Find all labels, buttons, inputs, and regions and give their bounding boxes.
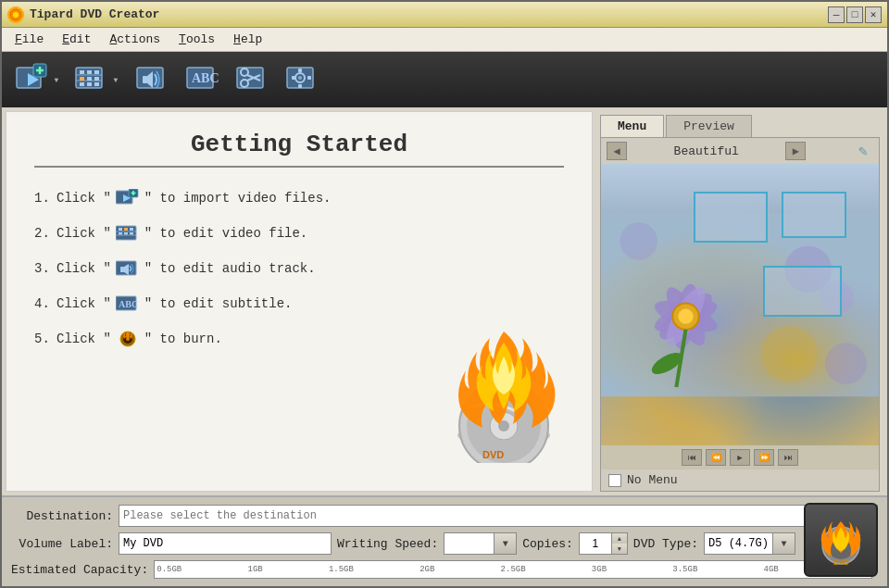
cap-2gb: 2GB: [419, 565, 434, 574]
rewind-button[interactable]: ⏪: [706, 449, 726, 466]
step-4-text-before: Click ": [56, 296, 111, 311]
step-5-num: 5.: [34, 332, 53, 346]
estimated-capacity-label: Estimated Capacity:: [11, 563, 148, 577]
copies-input[interactable]: [579, 532, 611, 555]
svg-point-74: [678, 309, 693, 324]
svg-point-79: [761, 326, 818, 382]
capacity-bar: 0.5GB 1GB 1.5GB 2GB 2.5GB 3GB 3.5GB 4GB …: [154, 560, 872, 579]
play-button[interactable]: ▶: [730, 449, 750, 466]
cap-1gb: 1GB: [247, 565, 262, 574]
svg-point-78: [620, 222, 657, 260]
main-content: Getting Started 1. Click ": [2, 107, 887, 495]
menu-help[interactable]: Help: [224, 30, 271, 49]
no-menu-checkbox[interactable]: [608, 474, 621, 487]
getting-started-panel: Getting Started 1. Click ": [6, 111, 593, 492]
copies-down[interactable]: ▼: [612, 544, 627, 554]
no-menu-row: No Menu: [601, 469, 879, 491]
prev-menu-arrow[interactable]: ◀: [607, 142, 627, 160]
cap-0.5gb: 0.5GB: [157, 565, 182, 574]
dvd-type-dropdown[interactable]: ▼: [773, 532, 795, 555]
step-3: 3. Click " " to edit audio track.: [34, 258, 564, 279]
menu-bar: File Edit Actions Tools Help: [2, 28, 887, 52]
capacity-row: Estimated Capacity: 0.5GB 1GB 1.5GB 2GB …: [11, 560, 878, 579]
close-button[interactable]: ✕: [865, 6, 882, 23]
svg-rect-14: [87, 77, 92, 81]
flower-background: [601, 164, 879, 445]
menu-actions[interactable]: Actions: [100, 30, 169, 49]
svg-rect-48: [124, 232, 128, 235]
writing-speed-dropdown[interactable]: ▼: [495, 532, 517, 555]
volume-input[interactable]: [119, 532, 332, 555]
svg-rect-46: [130, 228, 133, 231]
fast-forward-button[interactable]: ⏩: [754, 449, 774, 466]
toolbar: ▼ ▼: [2, 52, 887, 107]
edit-audio-button[interactable]: [130, 57, 176, 102]
window-title: Tipard DVD Creator: [30, 7, 828, 21]
svg-rect-13: [80, 77, 84, 81]
svg-rect-44: [119, 228, 122, 231]
step-3-icon: [115, 258, 141, 279]
destination-label: Destination:: [11, 509, 113, 523]
cap-1.5gb: 1.5GB: [329, 565, 354, 574]
step-2-icon: [115, 223, 141, 244]
step-1-text-before: Click ": [56, 191, 111, 206]
svg-text:DVD: DVD: [833, 558, 849, 567]
copies-label: Copies:: [522, 537, 573, 551]
dvd-type-input[interactable]: [704, 532, 773, 555]
step-2-num: 2.: [34, 226, 53, 241]
tab-preview[interactable]: Preview: [666, 115, 752, 137]
svg-rect-45: [124, 228, 128, 231]
minimize-button[interactable]: —: [828, 6, 845, 23]
svg-rect-20: [143, 76, 147, 83]
edit-menu-icon[interactable]: ✎: [853, 142, 873, 160]
step-2: 2. Click ": [34, 223, 564, 244]
skip-forward-button[interactable]: ⏭: [778, 449, 798, 466]
writing-speed-input[interactable]: [444, 532, 495, 555]
preview-tabs: Menu Preview: [596, 111, 883, 137]
step-1-icon: [115, 188, 141, 208]
volume-label: Volume Label:: [11, 537, 113, 551]
destination-input[interactable]: [119, 505, 856, 527]
menu-name: Beautiful: [674, 144, 739, 158]
cap-4gb: 4GB: [764, 565, 779, 574]
add-video-dropdown-arrow[interactable]: ▼: [50, 62, 63, 97]
burn-cut-button[interactable]: [230, 57, 276, 102]
skip-back-button[interactable]: ⏮: [682, 449, 702, 466]
next-menu-arrow[interactable]: ▶: [785, 142, 806, 160]
edit-video-dropdown-arrow[interactable]: ▼: [109, 62, 122, 97]
settings-button[interactable]: [280, 57, 326, 102]
thumbnail-3: [763, 266, 842, 317]
step-5-text-before: Click ": [56, 332, 111, 346]
menu-nav: ◀ Beautiful ▶ ✎: [601, 138, 879, 164]
edit-subtitle-button[interactable]: ABC: [180, 57, 226, 102]
menu-file[interactable]: File: [6, 30, 53, 49]
tab-menu[interactable]: Menu: [600, 115, 664, 137]
thumbnail-2: [782, 192, 846, 238]
burn-button[interactable]: DVD: [804, 503, 878, 577]
step-2-text-before: Click ": [56, 226, 111, 241]
svg-rect-47: [119, 232, 122, 235]
menu-tools[interactable]: Tools: [169, 30, 224, 49]
add-video-button[interactable]: ▼: [11, 57, 67, 102]
svg-rect-34: [292, 76, 295, 80]
title-bar: Tipard DVD Creator — □ ✕: [2, 2, 887, 28]
maximize-button[interactable]: □: [846, 6, 863, 23]
cap-2.5gb: 2.5GB: [501, 565, 526, 574]
copies-up[interactable]: ▲: [612, 533, 627, 544]
svg-rect-16: [80, 82, 84, 86]
svg-rect-15: [94, 77, 99, 81]
step-4-icon: ABC: [115, 294, 141, 314]
step-1: 1. Click " " to import video files.: [34, 188, 564, 208]
app-icon: [7, 6, 24, 23]
menu-edit[interactable]: Edit: [53, 30, 100, 49]
no-menu-label: No Menu: [627, 473, 678, 487]
flame-dvd-decoration: DVD: [444, 324, 564, 463]
window-controls: — □ ✕: [828, 6, 882, 23]
copies-spinner[interactable]: ▲ ▼: [611, 532, 628, 555]
cap-3gb: 3GB: [592, 565, 607, 574]
svg-rect-35: [307, 76, 311, 80]
preview-image: [601, 164, 879, 445]
cap-3.5gb: 3.5GB: [672, 565, 697, 574]
edit-video-button[interactable]: ▼: [70, 57, 126, 102]
svg-rect-17: [87, 82, 92, 86]
